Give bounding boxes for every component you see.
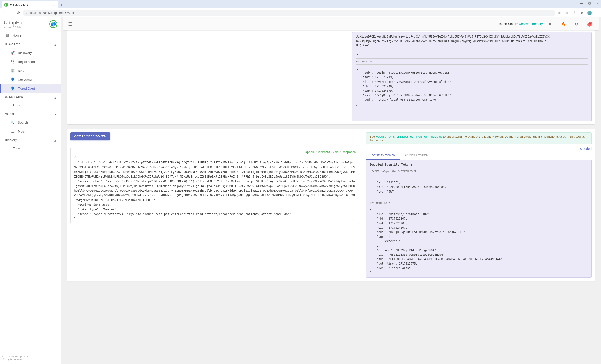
signature-fragment: JUX2zsuDRQKz+ecuBd5bFzKnnYa+/1zeR4aD1Mnn… [356, 35, 588, 57]
maximize-icon[interactable]: ▢ [588, 1, 591, 5]
bottom-left: GET ACCESS TOKEN OpenID Connect/OAuth 2 … [67, 129, 363, 281]
tab-strip: ▶ Fhirlabs Client × + — ▢ ✕ [0, 0, 601, 9]
token-status-value: Access | Identity [519, 22, 543, 26]
sidebar: UdapEd version 0.3.0.0 🌎 ▦ Home UDAP Are… [0, 17, 61, 364]
sidebar-item-label: Match [18, 130, 27, 133]
bookmark-icon[interactable]: ☆ [565, 11, 569, 15]
sidebar-group-label: UDAP Area [4, 42, 20, 46]
footer-copyright: ©2023 Surescripts LLC. All rights reserv… [0, 352, 61, 364]
tab-favicon-icon: ▶ [4, 3, 8, 7]
token-status: Token Status: Access | Identity [498, 22, 543, 26]
sidebar-item-label: Search [18, 121, 28, 124]
header-json: { "alg":"RS256", "kid":"C2DD801BFF6B48A5… [370, 176, 588, 198]
sidebar-item-b2b[interactable]: 🏢 B2B [0, 66, 61, 75]
sidebar-item-label: B2B [18, 69, 24, 72]
sidebar-item-search[interactable]: 🔍 Search [0, 118, 61, 127]
chevron-up-icon: ▴ [54, 139, 57, 141]
token-status-label: Token Status: [498, 22, 519, 26]
fhir-flame-icon[interactable]: 🔥 [559, 19, 568, 28]
tab-close-icon[interactable]: × [52, 3, 56, 7]
decoded-tabs: IDENTITY TOKEN ACCESS TOKEN [366, 152, 592, 160]
browser-chrome: ▶ Fhirlabs Client × + — ▢ ✕ ← → ⟳ ≡ loca… [0, 0, 601, 17]
app-root: UdapEd version 0.3.0.0 🌎 ▦ Home UDAP Are… [0, 17, 601, 364]
oauth-response-panel: OpenID Connect/OAuth 2 Response { "id_to… [70, 147, 360, 224]
sidebar-group-label: Directory [4, 138, 17, 142]
divider [370, 168, 588, 168]
alert-prefix: See [370, 135, 376, 138]
extensions-icon[interactable]: ⧉ [580, 11, 584, 15]
payload-section-label: PAYLOAD: DATA [370, 201, 588, 204]
dynamic-icon: ⛓ [10, 60, 15, 64]
url-text: localhost:7041/udapTieredOAuth [30, 11, 552, 15]
info-alert: See Requirements for Digital Identifiers… [366, 132, 592, 144]
alert-link[interactable]: Requirements for Digital Identifiers for… [376, 135, 442, 138]
divider [370, 200, 588, 200]
sidebar-item-home[interactable]: ▦ Home [0, 31, 61, 40]
person-icon: 👤 [10, 77, 15, 82]
minimize-icon[interactable]: — [580, 1, 583, 5]
udap-logo-icon[interactable]: ⚙ [572, 19, 581, 28]
app-bar: ☰ Token Status: Access | Identity 🗑 🔥 ⚙ … [63, 17, 599, 30]
sidebar-group-patient[interactable]: Patient ▴ [0, 110, 61, 118]
tab-identity-token[interactable]: IDENTITY TOKEN [366, 152, 400, 160]
chevron-up-icon: ▴ [54, 96, 57, 98]
payload-json-bottom: { "iss": "https://localhost:5102", "nbf"… [370, 208, 588, 275]
brand-version: version 0.3.0.0 [4, 26, 22, 29]
payload-label: PAYLOAD: DATA [356, 60, 588, 63]
sidebar-item-discovery[interactable]: 🚀 Discovery [0, 48, 61, 57]
get-access-token-button[interactable]: GET ACCESS TOKEN [70, 132, 110, 141]
top-card: JUX2zsuDRQKz+ecuBd5bFzKnnYa+/1zeR4aD1Mnn… [67, 30, 595, 124]
bottom-right: See Requirements for Digital Identifiers… [363, 129, 595, 281]
sidebar-group-udap[interactable]: UDAP Area ▴ [0, 40, 61, 48]
sidebar-group-directory[interactable]: Directory ▴ [0, 136, 61, 144]
address-bar[interactable]: ≡ localhost:7041/udapTieredOAuth [23, 10, 555, 16]
sidebar-item-consumer[interactable]: 👤 Consumer [0, 75, 61, 84]
browser-nav-bar: ← → ⟳ ≡ localhost:7041/udapTieredOAuth ⊕… [0, 9, 601, 17]
new-tab-button[interactable]: + [58, 2, 65, 9]
sidebar-item-label: Todo [13, 147, 20, 150]
sidebar-item-tiered-oauth[interactable]: 👤 Tiered OAuth [0, 84, 61, 93]
sidebar-item-match[interactable]: ☰ Match [0, 127, 61, 136]
browser-tab[interactable]: ▶ Fhirlabs Client × [2, 1, 58, 9]
search-icon: 🔍 [10, 120, 15, 125]
delete-token-icon[interactable]: 🗑 [546, 19, 554, 28]
brand: UdapEd version 0.3.0.0 [4, 20, 22, 29]
business-icon: 🏢 [10, 68, 15, 73]
person-icon: 👤 [10, 86, 15, 91]
sidebar-group-smart[interactable]: SMART Area ▴ [0, 93, 61, 101]
decoded-panel-bottom: Decoded Identity Token:: HEADER: Algorit… [366, 160, 592, 278]
decoded-label: Decoded [366, 147, 592, 151]
match-icon: ☰ [10, 129, 15, 134]
decoded-panel-top: JUX2zsuDRQKz+ecuBd5bFzKnnYa+/1zeR4aD1Mnn… [352, 32, 592, 121]
tab-access-token[interactable]: ACCESS TOKEN [400, 152, 433, 160]
brand-row: UdapEd version 0.3.0.0 🌎 [0, 17, 61, 31]
site-info-icon[interactable]: ≡ [26, 11, 28, 15]
chevron-up-icon: ▴ [54, 43, 57, 46]
sidebar-item-launch[interactable]: launch [0, 101, 61, 110]
sidebar-item-registration[interactable]: ⛓ Registration [0, 57, 61, 66]
tab-title: Fhirlabs Client [10, 3, 50, 6]
profile-avatar-icon[interactable] [587, 11, 592, 15]
sidebar-item-todo[interactable]: Todo [0, 144, 61, 153]
browser-right-icons: ⊕ ☆ ⇩ ⧉ ⋮ [557, 11, 599, 15]
forward-icon[interactable]: → [9, 10, 14, 15]
sidebar-item-label: Registration [18, 60, 35, 64]
divider [356, 58, 588, 59]
menu-icon[interactable]: ⋮ [595, 11, 599, 15]
reload-icon[interactable]: ⟳ [16, 10, 21, 15]
downloads-icon[interactable]: ⇩ [572, 11, 577, 15]
divider [356, 65, 588, 65]
close-window-icon[interactable]: ✕ [596, 1, 599, 5]
card-area: JUX2zsuDRQKz+ecuBd5bFzKnnYa+/1zeR4aD1Mnn… [63, 30, 599, 290]
sidebar-group-label: SMART Area [4, 95, 23, 99]
dashboard-icon: ▦ [5, 33, 9, 38]
sidebar-item-label: Consumer [18, 78, 32, 81]
sidebar-item-label: Tiered OAuth [18, 87, 37, 90]
sidebar-item-label: launch [13, 104, 22, 107]
back-icon[interactable]: ← [2, 10, 7, 15]
brand-logo-icon: 🌎 [49, 20, 57, 28]
zoom-icon[interactable]: ⊕ [557, 11, 561, 15]
hamburger-icon[interactable]: ☰ [68, 21, 72, 27]
github-icon[interactable]: 🐙 [585, 19, 594, 28]
window-controls: — ▢ ✕ [580, 1, 599, 5]
